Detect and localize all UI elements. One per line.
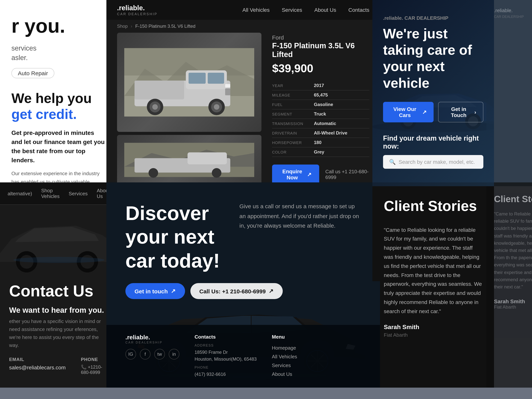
car-make: Ford	[272, 34, 369, 41]
svg-point-10	[152, 104, 158, 110]
footer-menu-vehicles[interactable]: All Vehicles	[272, 352, 297, 361]
spec-horsepower-label: HORSEPOWER	[272, 138, 314, 147]
footer-menu-column: Menu Homepage All Vehicles Services Abou…	[272, 334, 297, 379]
car-price: $39,900	[272, 62, 369, 75]
spec-segment-label: SEGMENT	[272, 109, 314, 119]
footer-logo-sub: CAR DEALERSHIP	[125, 341, 179, 344]
far-right-title: Client Stories	[494, 194, 532, 204]
phone-icon: 📞 +1210-680-6999	[81, 365, 109, 375]
get-in-touch-button[interactable]: Get in Touch ›	[438, 102, 483, 122]
get-in-touch-discover-button[interactable]: Get in touch ↗	[125, 283, 185, 299]
client-car: Fiat Abarth	[384, 332, 483, 338]
footer-menu-services[interactable]: Services	[272, 361, 297, 370]
nav-about[interactable]: About Us	[314, 7, 336, 13]
nav-contacts[interactable]: Contacts	[348, 7, 370, 13]
call-us-discover-button[interactable]: Call Us: +1 210-680-6999 ↗	[190, 283, 283, 299]
credit-panel: r you. services asler. Auto Repair We he…	[0, 0, 118, 186]
services-text: services	[11, 44, 106, 52]
footer-address-label: ADDRESS	[195, 343, 257, 347]
discover-heading: Discover your next car today!	[125, 201, 247, 272]
enquire-label: Enquire Now	[280, 168, 305, 180]
hero-search-box[interactable]: 🔍 Search by car make, model, etc.	[383, 155, 483, 169]
spec-drivetrain: DRIVETRAIN All-Wheel Drive	[272, 128, 369, 138]
far-right-bottom-content: Client Stories "Came to Reliable looking…	[486, 182, 532, 321]
svg-rect-7	[134, 81, 184, 99]
spec-color-value: Grey	[314, 147, 369, 157]
nav-all-vehicles[interactable]: All Vehicles	[242, 7, 270, 13]
logo-sub: CAR DEALERSHIP	[117, 12, 158, 16]
far-right-client-car: Fiat Abarth	[494, 304, 532, 310]
svg-point-21	[212, 168, 221, 178]
spec-drivetrain-label: DRIVETRAIN	[272, 128, 314, 138]
car-image-thumb	[117, 135, 261, 185]
auto-repair-badge: Auto Repair	[11, 68, 54, 78]
footer-logo-text: .reliable.	[125, 334, 179, 341]
search-icon: 🔍	[389, 159, 396, 165]
nav-shop-vehicles[interactable]: Shop Vehicles	[41, 188, 60, 199]
footer-menu-homepage[interactable]: Homepage	[272, 343, 297, 352]
spec-horsepower: HORSEPOWER 180	[272, 138, 369, 147]
twitter-icon[interactable]: tw	[154, 349, 165, 360]
far-right-bottom-panel: Client Stories "Came to Reliable looking…	[486, 182, 532, 388]
spec-segment-value: Truck	[314, 109, 369, 119]
call-us-discover-arrow-icon: ↗	[269, 288, 274, 294]
car-model: F-150 Platinum 3.5L V6 Lifted	[272, 41, 369, 59]
footer-phone-label: PHONE	[195, 366, 257, 369]
car-main-photo	[117, 33, 261, 132]
contact-sub-heading: We want to hear from you.	[0, 300, 118, 315]
footer-contacts-title: Contacts	[195, 334, 257, 340]
get-in-touch-label: Get in Touch	[445, 106, 472, 118]
nav-services[interactable]: Services	[282, 7, 302, 13]
credit-word: get credit.	[11, 106, 77, 122]
nav-alt[interactable]: alternative)	[8, 190, 32, 196]
hero-logo-text: .reliable. CAR DEALERSHIP	[383, 15, 483, 21]
car-images	[117, 33, 261, 185]
svg-rect-19	[188, 152, 227, 164]
call-link[interactable]: Call us +1 210-680-6999	[325, 169, 369, 180]
spec-year-label: YEAR	[272, 81, 314, 90]
nav-logo: .reliable. CAR DEALERSHIP	[117, 4, 158, 16]
car-actions: Enquire Now ↗ Call us +1 210-680-6999	[272, 165, 369, 184]
get-in-touch-arrow-icon: ›	[475, 109, 476, 115]
hero-search-section: Find your dream vehicle right now: 🔍 Sea…	[383, 134, 483, 169]
nav-bar: .reliable. CAR DEALERSHIP All Vehicles S…	[106, 0, 380, 20]
spec-fuel-label: FUEL	[272, 100, 314, 109]
footer-menu-title: Menu	[272, 334, 297, 340]
linkedin-icon[interactable]: in	[169, 349, 179, 360]
footer-menu-about[interactable]: About Us	[272, 370, 297, 379]
hero-main-title: We're just taking care of your next vehi…	[383, 25, 483, 91]
breadcrumb-current: F-150 Platinum 3.5L V6 Lifted	[135, 24, 196, 29]
breadcrumb-shop[interactable]: Shop	[117, 24, 128, 29]
enquire-button[interactable]: Enquire Now ↗	[272, 165, 319, 184]
call-us-discover-label: Call Us: +1 210-680-6999	[199, 288, 266, 294]
contact-email-field: email sales@reliablecars.com	[9, 357, 66, 375]
phone-label: Phone	[81, 357, 109, 362]
nav-services-contact[interactable]: Services	[69, 190, 88, 196]
client-name: Sarah Smith	[384, 323, 483, 330]
spec-color: COLOR Grey	[272, 147, 369, 157]
car-image-main	[117, 33, 261, 132]
nav-links: All Vehicles Services About Us Contacts	[242, 7, 369, 13]
footer-contacts-column: Contacts ADDRESS 18590 Frame DrHouston, …	[195, 334, 257, 378]
svg-rect-5	[189, 73, 206, 84]
spec-color-label: COLOR	[272, 147, 314, 157]
spec-year-value: 2017	[314, 81, 369, 90]
facebook-icon[interactable]: f	[140, 349, 151, 360]
spec-mileage-label: MILEAGE	[272, 90, 314, 100]
search-placeholder: Search by car make, model, etc.	[399, 159, 475, 165]
get-in-touch-discover-label: Get in touch	[134, 288, 168, 294]
spec-transmission-value: Automatic	[314, 119, 369, 128]
view-cars-label: View Our Cars	[390, 106, 420, 118]
view-cars-button[interactable]: View Our Cars ↗	[383, 102, 434, 122]
car-info: Ford F-150 Platinum 3.5L V6 Lifted $39,9…	[272, 33, 369, 185]
easler-text: asler.	[11, 54, 106, 62]
spec-fuel: FUEL Gasoline	[272, 100, 369, 109]
instagram-icon[interactable]: IG	[125, 349, 136, 360]
client-review: "Came to Reliable looking for a reliable…	[384, 226, 483, 316]
email-value: sales@reliablecars.com	[9, 365, 66, 371]
client-stories-panel: Client Stories "Came to Reliable looking…	[372, 182, 494, 388]
hero-search-label: Find your dream vehicle right now:	[383, 134, 483, 151]
contact-heading: Contact Us	[0, 273, 118, 300]
contact-description: ether you have a specific vision in mind…	[0, 315, 118, 349]
footer: .reliable. CAR DEALERSHIP IG f tw in Con…	[106, 325, 380, 388]
